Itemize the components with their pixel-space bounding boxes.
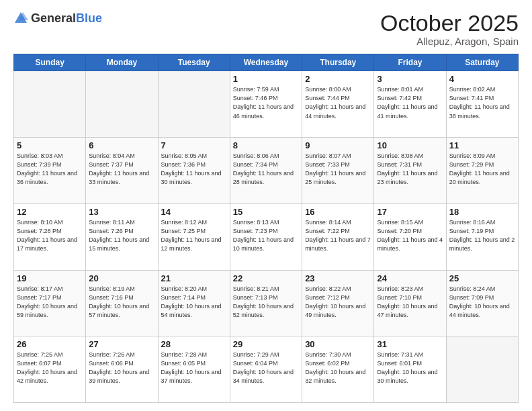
day-number: 26: [17, 339, 83, 349]
day-number: 20: [89, 273, 154, 283]
calendar-cell: [14, 71, 86, 138]
day-info: Sunrise: 8:24 AM Sunset: 7:09 PM Dayligh…: [449, 285, 515, 320]
day-info: Sunrise: 7:31 AM Sunset: 6:01 PM Dayligh…: [377, 351, 443, 385]
day-number: 28: [161, 339, 227, 349]
calendar-cell: 22Sunrise: 8:21 AM Sunset: 7:13 PM Dayli…: [230, 270, 302, 336]
day-info: Sunrise: 8:11 AM Sunset: 7:26 PM Dayligh…: [89, 218, 154, 253]
calendar-cell: 5Sunrise: 8:03 AM Sunset: 7:39 PM Daylig…: [14, 138, 86, 204]
day-info: Sunrise: 7:30 AM Sunset: 6:02 PM Dayligh…: [305, 351, 371, 385]
calendar-table: SundayMondayTuesdayWednesdayThursdayFrid…: [13, 54, 519, 403]
day-info: Sunrise: 8:22 AM Sunset: 7:12 PM Dayligh…: [305, 285, 371, 320]
page: GeneralBlue October 2025 Allepuz, Aragon…: [0, 0, 532, 411]
calendar-cell: 8Sunrise: 8:06 AM Sunset: 7:34 PM Daylig…: [230, 138, 302, 204]
day-header-saturday: Saturday: [446, 54, 518, 71]
day-info: Sunrise: 8:04 AM Sunset: 7:37 PM Dayligh…: [89, 152, 154, 187]
calendar-cell: 23Sunrise: 8:22 AM Sunset: 7:12 PM Dayli…: [302, 270, 374, 336]
day-info: Sunrise: 8:06 AM Sunset: 7:34 PM Dayligh…: [233, 152, 299, 187]
day-number: 27: [89, 339, 154, 349]
day-info: Sunrise: 8:01 AM Sunset: 7:42 PM Dayligh…: [377, 85, 443, 120]
day-number: 11: [449, 140, 515, 150]
calendar-cell: 15Sunrise: 8:13 AM Sunset: 7:23 PM Dayli…: [230, 203, 302, 270]
day-header-thursday: Thursday: [302, 54, 374, 71]
day-number: 29: [233, 339, 299, 349]
day-number: 25: [449, 273, 515, 283]
day-header-sunday: Sunday: [14, 54, 86, 71]
day-info: Sunrise: 7:28 AM Sunset: 6:05 PM Dayligh…: [161, 351, 227, 385]
day-info: Sunrise: 8:21 AM Sunset: 7:13 PM Dayligh…: [233, 285, 299, 320]
calendar-cell: 2Sunrise: 8:00 AM Sunset: 7:44 PM Daylig…: [302, 71, 374, 138]
day-info: Sunrise: 8:10 AM Sunset: 7:28 PM Dayligh…: [17, 218, 83, 253]
day-number: 18: [449, 207, 515, 217]
day-info: Sunrise: 8:23 AM Sunset: 7:10 PM Dayligh…: [377, 285, 443, 320]
day-info: Sunrise: 7:26 AM Sunset: 6:06 PM Dayligh…: [89, 351, 154, 385]
calendar-cell: 6Sunrise: 8:04 AM Sunset: 7:37 PM Daylig…: [86, 138, 158, 204]
calendar-cell: 7Sunrise: 8:05 AM Sunset: 7:36 PM Daylig…: [158, 138, 230, 204]
day-number: 23: [305, 273, 371, 283]
day-number: 16: [305, 207, 371, 217]
day-number: 12: [17, 207, 83, 217]
logo-blue: Blue: [76, 11, 102, 25]
day-info: Sunrise: 7:29 AM Sunset: 6:04 PM Dayligh…: [233, 351, 299, 385]
calendar-cell: 21Sunrise: 8:20 AM Sunset: 7:14 PM Dayli…: [158, 270, 230, 336]
title-block: October 2025 Allepuz, Aragon, Spain: [380, 11, 519, 47]
day-number: 4: [449, 74, 515, 84]
day-number: 3: [377, 74, 443, 84]
calendar-cell: 25Sunrise: 8:24 AM Sunset: 7:09 PM Dayli…: [446, 270, 518, 336]
day-info: Sunrise: 8:13 AM Sunset: 7:23 PM Dayligh…: [233, 218, 299, 253]
calendar-cell: 4Sunrise: 8:02 AM Sunset: 7:41 PM Daylig…: [446, 71, 518, 138]
day-header-wednesday: Wednesday: [230, 54, 302, 71]
day-number: 30: [305, 339, 371, 349]
calendar-cell: 17Sunrise: 8:15 AM Sunset: 7:20 PM Dayli…: [374, 203, 446, 270]
calendar-cell: 10Sunrise: 8:08 AM Sunset: 7:31 PM Dayli…: [374, 138, 446, 204]
day-info: Sunrise: 8:07 AM Sunset: 7:33 PM Dayligh…: [305, 152, 371, 187]
calendar-week-4: 19Sunrise: 8:17 AM Sunset: 7:17 PM Dayli…: [14, 270, 519, 336]
calendar-cell: 16Sunrise: 8:14 AM Sunset: 7:22 PM Dayli…: [302, 203, 374, 270]
day-number: 5: [17, 140, 83, 150]
day-header-tuesday: Tuesday: [158, 54, 230, 71]
day-info: Sunrise: 7:59 AM Sunset: 7:46 PM Dayligh…: [233, 85, 299, 120]
day-number: 10: [377, 140, 443, 150]
logo-general: General: [31, 11, 76, 25]
calendar-cell: 31Sunrise: 7:31 AM Sunset: 6:01 PM Dayli…: [374, 336, 446, 403]
calendar-cell: 12Sunrise: 8:10 AM Sunset: 7:28 PM Dayli…: [14, 203, 86, 270]
day-info: Sunrise: 8:03 AM Sunset: 7:39 PM Dayligh…: [17, 152, 83, 187]
calendar-week-2: 5Sunrise: 8:03 AM Sunset: 7:39 PM Daylig…: [14, 138, 519, 204]
day-number: 1: [233, 74, 299, 84]
calendar-cell: 11Sunrise: 8:09 AM Sunset: 7:29 PM Dayli…: [446, 138, 518, 204]
day-header-monday: Monday: [86, 54, 158, 71]
day-number: 7: [161, 140, 227, 150]
day-number: 24: [377, 273, 443, 283]
calendar-week-1: 1Sunrise: 7:59 AM Sunset: 7:46 PM Daylig…: [14, 71, 519, 138]
calendar-week-3: 12Sunrise: 8:10 AM Sunset: 7:28 PM Dayli…: [14, 203, 519, 270]
day-number: 15: [233, 207, 299, 217]
calendar-week-5: 26Sunrise: 7:25 AM Sunset: 6:07 PM Dayli…: [14, 336, 519, 403]
day-number: 21: [161, 273, 227, 283]
calendar-cell: 19Sunrise: 8:17 AM Sunset: 7:17 PM Dayli…: [14, 270, 86, 336]
calendar-cell: 29Sunrise: 7:29 AM Sunset: 6:04 PM Dayli…: [230, 336, 302, 403]
logo-icon: [13, 11, 28, 26]
day-info: Sunrise: 8:15 AM Sunset: 7:20 PM Dayligh…: [377, 218, 443, 253]
calendar-cell: 28Sunrise: 7:28 AM Sunset: 6:05 PM Dayli…: [158, 336, 230, 403]
day-number: 14: [161, 207, 227, 217]
day-info: Sunrise: 8:17 AM Sunset: 7:17 PM Dayligh…: [17, 285, 83, 320]
day-info: Sunrise: 8:16 AM Sunset: 7:19 PM Dayligh…: [449, 218, 515, 253]
day-number: 13: [89, 207, 154, 217]
day-info: Sunrise: 8:02 AM Sunset: 7:41 PM Dayligh…: [449, 85, 515, 120]
calendar-cell: 1Sunrise: 7:59 AM Sunset: 7:46 PM Daylig…: [230, 71, 302, 138]
day-info: Sunrise: 8:00 AM Sunset: 7:44 PM Dayligh…: [305, 85, 371, 120]
day-info: Sunrise: 8:05 AM Sunset: 7:36 PM Dayligh…: [161, 152, 227, 187]
calendar-cell: 13Sunrise: 8:11 AM Sunset: 7:26 PM Dayli…: [86, 203, 158, 270]
day-info: Sunrise: 7:25 AM Sunset: 6:07 PM Dayligh…: [17, 351, 83, 385]
calendar-cell: 24Sunrise: 8:23 AM Sunset: 7:10 PM Dayli…: [374, 270, 446, 336]
calendar-cell: [86, 71, 158, 138]
day-header-friday: Friday: [374, 54, 446, 71]
day-info: Sunrise: 8:19 AM Sunset: 7:16 PM Dayligh…: [89, 285, 154, 320]
calendar-cell: 27Sunrise: 7:26 AM Sunset: 6:06 PM Dayli…: [86, 336, 158, 403]
calendar-cell: 30Sunrise: 7:30 AM Sunset: 6:02 PM Dayli…: [302, 336, 374, 403]
day-info: Sunrise: 8:08 AM Sunset: 7:31 PM Dayligh…: [377, 152, 443, 187]
day-info: Sunrise: 8:12 AM Sunset: 7:25 PM Dayligh…: [161, 218, 227, 253]
day-info: Sunrise: 8:20 AM Sunset: 7:14 PM Dayligh…: [161, 285, 227, 320]
calendar-cell: 3Sunrise: 8:01 AM Sunset: 7:42 PM Daylig…: [374, 71, 446, 138]
calendar-cell: [158, 71, 230, 138]
day-info: Sunrise: 8:14 AM Sunset: 7:22 PM Dayligh…: [305, 218, 371, 253]
